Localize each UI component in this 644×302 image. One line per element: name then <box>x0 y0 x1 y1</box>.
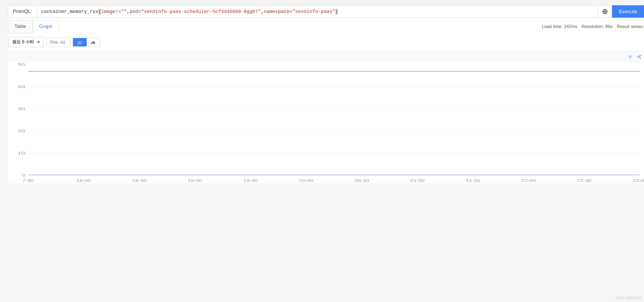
svg-text:23:00: 23:00 <box>632 178 644 183</box>
svg-text:20:30: 20:30 <box>354 178 369 183</box>
svg-text:22:00: 22:00 <box>521 178 536 183</box>
svg-line-10 <box>639 56 640 56</box>
svg-text:3G: 3G <box>18 107 26 111</box>
view-tabs: Table Graph <box>8 20 59 33</box>
svg-text:19:00: 19:00 <box>188 178 202 183</box>
gear-icon <box>628 55 632 59</box>
svg-text:21:30: 21:30 <box>466 178 480 183</box>
query-val-pod: "sendinfo-paas-scheduler-5cf4d45688-8ggb… <box>141 9 261 14</box>
svg-point-9 <box>640 58 641 59</box>
line-chart-button[interactable] <box>73 38 87 46</box>
chart-share-button[interactable] <box>637 55 641 60</box>
share-icon <box>637 55 641 59</box>
stat-result-series: Result series: <box>617 24 644 29</box>
svg-point-7 <box>640 55 641 56</box>
caret-down-icon <box>37 41 40 43</box>
stat-load-time: Load time: 242ms <box>542 24 577 29</box>
query-metric: container_memory_rss <box>41 9 98 14</box>
svg-text:21:00: 21:00 <box>410 178 424 183</box>
query-op-eq-1: = <box>138 9 141 14</box>
execute-button[interactable]: Execute <box>612 5 644 18</box>
query-input[interactable]: container_memory_rss{image!="",pod="send… <box>37 5 598 18</box>
tab-graph[interactable]: Graph <box>32 20 59 33</box>
query-brace-open: { <box>98 9 101 14</box>
query-op-ne: != <box>115 9 121 14</box>
svg-text:4G: 4G <box>18 84 26 89</box>
svg-text:1G: 1G <box>18 151 26 155</box>
svg-text:18:30: 18:30 <box>132 178 146 183</box>
stat-resolution: Resolution: 86s <box>582 24 613 29</box>
svg-rect-3 <box>91 42 92 44</box>
svg-text:20:00: 20:00 <box>299 178 313 183</box>
svg-text:0: 0 <box>22 173 25 177</box>
query-comma-1: , <box>127 9 130 14</box>
query-val-namespace: "sendinfo-paas" <box>292 9 335 14</box>
tab-table[interactable]: Table <box>8 20 32 33</box>
chart-settings-button[interactable] <box>628 55 632 60</box>
query-op-eq-2: = <box>290 9 292 14</box>
bar-chart-button[interactable] <box>87 38 100 46</box>
svg-point-8 <box>638 56 639 57</box>
svg-point-6 <box>630 56 631 57</box>
svg-text:22:30: 22:30 <box>577 178 591 183</box>
svg-text:7:30: 7:30 <box>22 178 34 183</box>
query-label-pod: pod <box>130 9 138 14</box>
svg-text:2G: 2G <box>18 129 26 133</box>
svg-rect-5 <box>94 42 95 44</box>
query-label-namespace: namespace <box>264 9 290 14</box>
svg-text:19:30: 19:30 <box>243 178 258 183</box>
chart-plot: 5G4G3G2G1G07:3018:0018:3019:0019:3020:00… <box>8 62 644 183</box>
svg-rect-4 <box>93 41 94 44</box>
promql-label: PromQL: <box>8 5 37 18</box>
svg-text:5G: 5G <box>18 62 26 67</box>
globe-button[interactable] <box>598 5 612 18</box>
line-chart-icon <box>77 40 82 44</box>
chart-type-group <box>73 38 100 46</box>
query-val-image: "" <box>121 9 127 14</box>
query-label-image: image <box>101 9 115 14</box>
time-range-selector[interactable]: 最近 6 小时 <box>8 37 44 47</box>
query-stats: Load time: 242ms Resolution: 86s Result … <box>542 24 644 29</box>
resolution-input[interactable] <box>46 37 70 47</box>
svg-line-11 <box>639 57 640 58</box>
chart-area: 5G4G3G2G1G07:3018:0018:3019:0019:3020:00… <box>8 51 644 183</box>
svg-text:18:00: 18:00 <box>76 178 91 183</box>
globe-icon <box>602 9 608 14</box>
query-brace-close: } <box>335 9 338 14</box>
bar-chart-icon <box>91 40 96 44</box>
time-range-label: 最近 6 小时 <box>12 39 34 45</box>
query-comma-2: , <box>261 9 264 14</box>
